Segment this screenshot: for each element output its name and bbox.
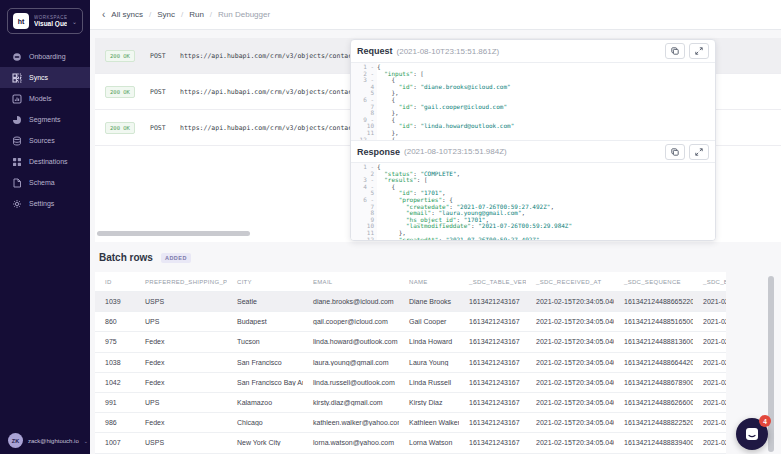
status-badge: 200 OK: [105, 50, 135, 62]
settings-icon: [11, 198, 22, 209]
models-icon: [11, 93, 22, 104]
table-cell: kathleen.walker@yahoo.com: [303, 419, 399, 426]
breadcrumb-separator: /: [210, 10, 212, 19]
table-cell: Kathleen Walker: [399, 419, 459, 426]
table-cell: UPS: [135, 318, 227, 325]
table-cell: 2021-02-15T2: [693, 359, 726, 366]
column-header: _SDC_TABLE_VERSION: [459, 279, 526, 285]
sidebar-nav: OnboardingSyncsModelsSegmentsSourcesDest…: [0, 46, 90, 214]
table-cell: 975: [95, 338, 135, 345]
chat-widget-button[interactable]: 4: [736, 418, 768, 450]
response-code-editor[interactable]: 1 -{2 "status": "COMPLETE",3 - "results"…: [351, 162, 715, 240]
breadcrumb-link[interactable]: Sync: [157, 10, 175, 19]
table-header-row: IDPREFERRED_SHIPPING_PROVIDERCITYEMAILNA…: [95, 272, 726, 292]
request-panel-header: Request (2021-08-10T23:15:51.861Z): [351, 40, 715, 62]
chat-icon: [745, 427, 759, 441]
table-cell: kirsty.diaz@gmail.com: [303, 399, 399, 406]
table-cell: 860: [95, 318, 135, 325]
table-row[interactable]: 986FedexChicagokathleen.walker@yahoo.com…: [95, 413, 726, 433]
code-text: "lastmodifieddate": "2021-07-26T00:59:29…: [377, 223, 572, 230]
horizontal-scrollbar[interactable]: [97, 231, 347, 236]
sidebar-item-label: Models: [29, 95, 52, 102]
user-menu[interactable]: ZK zack@hightouch.io ⌄: [8, 433, 88, 448]
table-cell: 2021-02-15T20:34:05.040Z: [526, 439, 614, 446]
request-method: POST: [150, 124, 180, 132]
table-row[interactable]: 975FedexTucsonlinda.howard@outlook.comLi…: [95, 332, 726, 352]
request-code-editor[interactable]: 1 -{2 - "inputs": [3 - {4 "id": "diane.b…: [351, 62, 715, 140]
code-text: "createdAt": "2021-07-26T00:59:27.492Z",: [377, 237, 543, 240]
table-cell: 1613421243167: [459, 359, 526, 366]
table-cell: Seatle: [227, 298, 303, 305]
breadcrumb: All syncs/Sync/Run/Run Debugger: [111, 10, 270, 19]
table-cell: 1613421244888136000: [614, 338, 693, 345]
table-cell: 1613421243167: [459, 399, 526, 406]
table-cell: 1613421243167: [459, 318, 526, 325]
breadcrumb-link[interactable]: All syncs: [111, 10, 143, 19]
onboarding-icon: [11, 51, 22, 62]
batch-rows-title: Batch rows: [99, 252, 153, 263]
table-cell: USPS: [135, 439, 227, 446]
table-row[interactable]: 991UPSKalamazookirsty.diaz@gmail.comKirs…: [95, 393, 726, 413]
code-line: 2 - "inputs": [: [351, 71, 715, 78]
table-row[interactable]: 1042FedexSan Francisco Bay Arealinda.rus…: [95, 373, 726, 393]
table-cell: 1613421244888394000: [614, 439, 693, 446]
table-cell: 1613421244885165000: [614, 318, 693, 325]
table-cell: USPS: [135, 298, 227, 305]
chat-unread-badge: 4: [759, 415, 771, 427]
sidebar-item-label: Sources: [29, 137, 55, 144]
table-row[interactable]: 1007USPSNew York Citylorna.watson@yahoo.…: [95, 433, 726, 453]
copy-button[interactable]: [665, 43, 685, 59]
breadcrumb-current: Run Debugger: [218, 10, 270, 19]
sidebar-item-schema[interactable]: Schema: [0, 172, 90, 193]
batch-rows-header: Batch rows ADDED: [99, 252, 191, 263]
table-cell: 1613421243167: [459, 379, 526, 386]
table-cell: 1007: [95, 439, 135, 446]
copy-button[interactable]: [665, 144, 685, 160]
table-cell: 2021-02-15T2: [693, 298, 726, 305]
schema-icon: [11, 177, 22, 188]
table-cell: San Francisco: [227, 359, 303, 366]
table-cell: 1613421244886644200: [614, 359, 693, 366]
expand-button[interactable]: [689, 43, 709, 59]
table-cell: 1613421243167: [459, 439, 526, 446]
sidebar-item-segments[interactable]: Segments: [0, 109, 90, 130]
sidebar-item-models[interactable]: Models: [0, 88, 90, 109]
sidebar-item-settings[interactable]: Settings: [0, 193, 90, 214]
table-cell: 1613421243167: [459, 338, 526, 345]
breadcrumb-separator: /: [149, 10, 151, 19]
sidebar-item-onboarding[interactable]: Onboarding: [0, 46, 90, 67]
code-line: 3 - "results": [: [351, 177, 715, 184]
sidebar-item-destinations[interactable]: Destinations: [0, 151, 90, 172]
code-line: 4 "id": "diane.brooks@icloud.com": [351, 84, 715, 91]
table-cell: 1613421243167: [459, 419, 526, 426]
table-cell: 2021-02-15T20:34:05.040Z: [526, 338, 614, 345]
sources-icon: [11, 135, 22, 146]
table-cell: linda.russell@outlook.com: [303, 379, 399, 386]
vertical-scrollbar[interactable]: [768, 276, 774, 452]
table-cell: UPS: [135, 399, 227, 406]
code-line: 8 },: [351, 110, 715, 117]
topbar: ‹ All syncs/Sync/Run/Run Debugger: [90, 0, 781, 30]
hightouch-logo: ht: [13, 13, 29, 29]
breadcrumb-link[interactable]: Run: [189, 10, 204, 19]
table-cell: 2021-02-15T20:34:05.040Z: [526, 419, 614, 426]
table-cell: New York City: [227, 439, 303, 446]
table-cell: 2021-02-15T2: [693, 318, 726, 325]
destinations-icon: [11, 156, 22, 167]
table-cell: 991: [95, 399, 135, 406]
status-badge: 200 OK: [105, 122, 135, 134]
back-chevron-icon[interactable]: ‹: [102, 10, 105, 20]
table-row[interactable]: 1039USPSSeatlediane.brooks@icloud.comDia…: [95, 292, 726, 312]
table-row[interactable]: 860UPSBudapestgail.cooper@icloud.comGail…: [95, 312, 726, 332]
scrollbar-thumb[interactable]: [97, 231, 250, 236]
response-panel-header: Response (2021-08-10T23:15:51.984Z): [351, 140, 715, 162]
table-row[interactable]: 1038FedexSan Franciscolaura.young@gmail.…: [95, 353, 726, 373]
sidebar-item-syncs[interactable]: Syncs: [0, 67, 90, 88]
added-badge: ADDED: [161, 253, 191, 263]
table-cell: Kirsty Diaz: [399, 399, 459, 406]
workspace-selector[interactable]: ht WORKSPACE Visual Querying D... ⌄: [7, 8, 83, 34]
sidebar-item-sources[interactable]: Sources: [0, 130, 90, 151]
expand-button[interactable]: [689, 144, 709, 160]
table-cell: laura.young@gmail.com: [303, 359, 399, 366]
table-cell: 1042: [95, 379, 135, 386]
